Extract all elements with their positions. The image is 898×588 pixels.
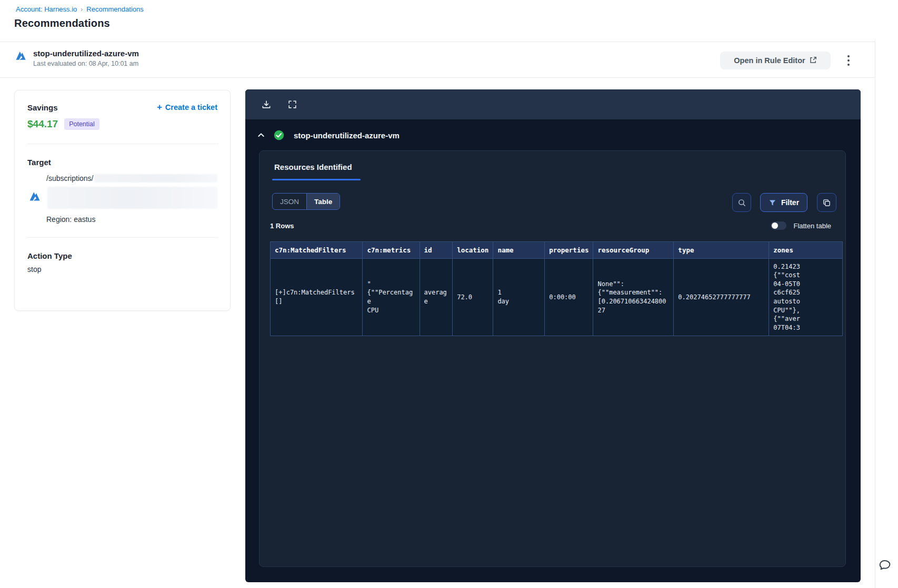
redacted-target-text xyxy=(94,174,217,183)
cell-id: average xyxy=(420,259,453,336)
table-meta-row: 1 Rows Flatten table xyxy=(260,221,845,232)
col-header-resource-group: resourceGroup xyxy=(593,242,674,259)
rule-name: stop-underutilized-azure-vm xyxy=(33,49,139,58)
filter-funnel-icon xyxy=(769,199,776,207)
tab-resources-identified[interactable]: Resources Identified xyxy=(260,151,361,180)
support-chat-button[interactable] xyxy=(876,556,894,574)
col-header-properties: properties xyxy=(545,242,593,259)
resources-table-container[interactable]: c7n:MatchedFilters c7n:metrics id locati… xyxy=(270,241,843,336)
toggle-knob xyxy=(772,222,778,229)
divider xyxy=(26,144,218,144)
redacted-target-block xyxy=(47,187,217,209)
view-mode-segmented-control: JSON Table xyxy=(272,193,340,210)
recommendation-header: stop-underutilized-azure-vm Last evaluat… xyxy=(0,42,875,78)
download-button[interactable] xyxy=(259,97,274,112)
col-header-name: name xyxy=(493,242,545,259)
resources-table: c7n:MatchedFilters c7n:metrics id locati… xyxy=(270,241,843,336)
chat-bubble-icon xyxy=(877,566,893,574)
content-edge-divider xyxy=(875,39,875,588)
resources-identified-panel: Resources Identified JSON Table xyxy=(259,150,846,567)
open-in-rule-editor-label: Open in Rule Editor xyxy=(734,56,805,65)
breadcrumb-account-link[interactable]: Account: Harness.io xyxy=(16,5,77,13)
cell-metrics: " {""Percentage CPU xyxy=(363,259,420,336)
col-header-zones: zones xyxy=(769,242,843,259)
flatten-table-toggle[interactable] xyxy=(771,221,786,230)
savings-amount: $44.17 xyxy=(27,118,58,130)
azure-icon xyxy=(15,50,27,64)
target-path: /subscriptions/ xyxy=(46,174,93,183)
cell-type: 0.20274652777777777 xyxy=(674,259,769,336)
col-header-matched-filters: c7n:MatchedFilters xyxy=(271,242,363,259)
table-row: [+]c7n:MatchedFilters[] " {""Percentage … xyxy=(271,259,843,336)
cell-matched-filters-expand-link[interactable]: [+]c7n:MatchedFilters[] xyxy=(271,259,363,336)
table-controls-row: JSON Table Filter xyxy=(260,193,845,212)
azure-icon xyxy=(28,190,41,205)
col-header-metrics: c7n:metrics xyxy=(363,242,420,259)
cell-resource-group: None"": {""measurement"": [0.20671066342… xyxy=(593,259,674,336)
target-label: Target xyxy=(27,158,217,167)
col-header-location: location xyxy=(453,242,493,259)
cell-zones: 0.21423 {""cost 04-05T0 c6cf625 autosto … xyxy=(769,259,843,336)
create-ticket-label: Create a ticket xyxy=(165,103,217,111)
view-json-button[interactable]: JSON xyxy=(273,194,306,209)
collapse-chevron-button[interactable] xyxy=(257,131,265,139)
cell-name: 1 day xyxy=(493,259,545,336)
action-type-label: Action Type xyxy=(27,251,217,260)
tab-resources-identified-label: Resources Identified xyxy=(274,163,352,171)
savings-card: Savings + Create a ticket $44.17 Potenti… xyxy=(14,90,231,311)
col-header-type: type xyxy=(674,242,769,259)
recommendation-detail-page: Account: Harness.io › Recommendations Re… xyxy=(0,0,898,588)
savings-label: Savings xyxy=(27,103,58,112)
rows-count: 1 Rows xyxy=(270,222,294,230)
table-header-row: c7n:MatchedFilters c7n:metrics id locati… xyxy=(271,242,843,259)
results-rule-title: stop-underutilized-azure-vm xyxy=(294,131,400,140)
action-type-value: stop xyxy=(27,265,217,273)
breadcrumb-separator-icon: › xyxy=(81,6,83,13)
plus-icon: + xyxy=(157,104,162,111)
copy-button[interactable] xyxy=(817,193,836,212)
open-in-rule-editor-button[interactable]: Open in Rule Editor xyxy=(720,52,831,69)
results-toolbar xyxy=(245,89,861,119)
evaluation-results-panel: stop-underutilized-azure-vm Resources Id… xyxy=(245,89,861,582)
create-ticket-button[interactable]: + Create a ticket xyxy=(157,103,217,111)
more-options-menu-button[interactable] xyxy=(840,52,857,69)
filter-button[interactable]: Filter xyxy=(760,193,807,212)
page-title: Recommendations xyxy=(14,17,110,29)
target-region: Region: eastus xyxy=(46,215,217,224)
breadcrumb: Account: Harness.io › Recommendations xyxy=(16,5,144,13)
view-table-button[interactable]: Table xyxy=(306,194,340,209)
external-link-icon xyxy=(810,56,817,65)
search-icon xyxy=(737,198,746,207)
filter-label: Filter xyxy=(781,198,799,207)
cell-properties: 0:00:00 xyxy=(545,259,593,336)
col-header-id: id xyxy=(420,242,453,259)
active-tab-underline xyxy=(272,179,361,180)
cell-location: 72.0 xyxy=(453,259,493,336)
potential-badge: Potential xyxy=(64,118,99,130)
success-check-icon xyxy=(274,130,284,140)
rule-last-evaluated: Last evaluated on: 08 Apr, 10:01 am xyxy=(33,60,139,67)
flatten-table-label: Flatten table xyxy=(793,222,831,230)
divider xyxy=(26,237,218,238)
breadcrumb-recommendations-link[interactable]: Recommendations xyxy=(86,5,143,13)
copy-icon xyxy=(822,198,831,207)
search-button[interactable] xyxy=(732,193,751,212)
fullscreen-button[interactable] xyxy=(285,97,300,111)
